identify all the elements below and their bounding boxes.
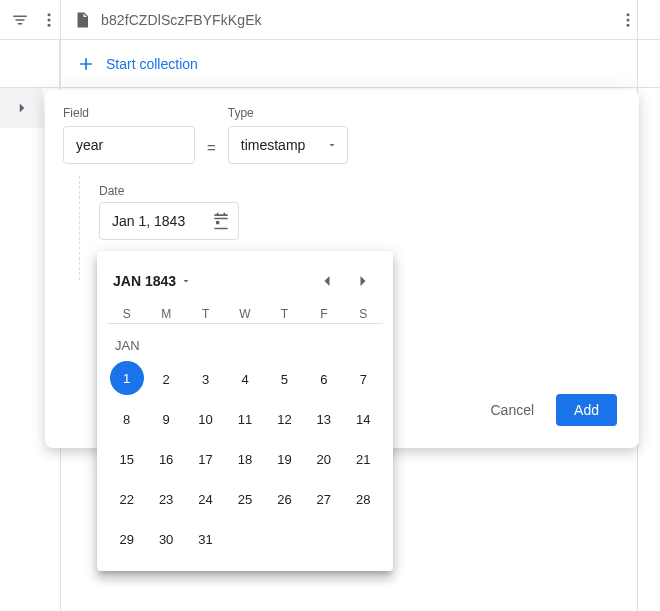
add-button[interactable]: Add xyxy=(556,394,617,426)
calendar-day[interactable]: 9 xyxy=(146,401,185,437)
calendar-day[interactable]: 21 xyxy=(344,441,383,477)
document-icon xyxy=(73,11,91,29)
equals-sign: = xyxy=(205,139,218,164)
date-label: Date xyxy=(99,184,124,198)
calendar-day[interactable]: 22 xyxy=(107,481,146,517)
calendar-day[interactable]: 26 xyxy=(265,481,304,517)
next-month-button[interactable] xyxy=(349,267,377,295)
svg-point-0 xyxy=(47,13,50,16)
start-collection-label: Start collection xyxy=(106,56,198,72)
document-id: b82fCZDlSczFBYFkKgEk xyxy=(101,12,262,28)
more-vert-icon[interactable] xyxy=(37,6,60,34)
calendar-month-year-button[interactable]: JAN 1843 xyxy=(113,273,192,289)
caret-down-icon xyxy=(180,275,192,287)
calendar-day[interactable]: 23 xyxy=(146,481,185,517)
dow-cell: F xyxy=(304,307,343,321)
chevron-left-icon xyxy=(317,271,337,291)
type-select[interactable] xyxy=(228,126,348,164)
dow-cell: M xyxy=(146,307,185,321)
calendar-icon[interactable] xyxy=(211,211,231,231)
svg-point-1 xyxy=(47,18,50,21)
calendar-day[interactable]: 24 xyxy=(186,481,225,517)
calendar-day[interactable]: 4 xyxy=(225,361,264,397)
calendar-day[interactable]: 29 xyxy=(107,521,146,557)
calendar-day[interactable]: 3 xyxy=(186,361,225,397)
calendar-day[interactable]: 28 xyxy=(344,481,383,517)
calendar-day[interactable]: 18 xyxy=(225,441,264,477)
month-label: JAN xyxy=(107,334,383,361)
date-picker: JAN 1843 SMTWTFS JAN 1234567891011121314… xyxy=(97,251,393,571)
svg-point-4 xyxy=(627,18,630,21)
expand-row[interactable] xyxy=(0,88,43,128)
doc-overflow-icon[interactable] xyxy=(614,6,642,34)
svg-point-2 xyxy=(47,23,50,26)
filter-icon[interactable] xyxy=(8,6,31,34)
dow-cell: T xyxy=(186,307,225,321)
dow-cell: S xyxy=(107,307,146,321)
dow-cell: S xyxy=(344,307,383,321)
calendar-day[interactable]: 31 xyxy=(186,521,225,557)
type-label: Type xyxy=(228,106,348,120)
calendar-day[interactable]: 1 xyxy=(110,361,144,395)
calendar-day[interactable]: 25 xyxy=(225,481,264,517)
calendar-day[interactable]: 15 xyxy=(107,441,146,477)
calendar-day[interactable]: 20 xyxy=(304,441,343,477)
calendar-day[interactable]: 10 xyxy=(186,401,225,437)
subheader: Start collection xyxy=(0,40,660,88)
calendar-day[interactable]: 2 xyxy=(146,361,185,397)
dow-cell: W xyxy=(225,307,264,321)
calendar-day[interactable]: 6 xyxy=(304,361,343,397)
calendar-day[interactable]: 8 xyxy=(107,401,146,437)
calendar-day[interactable]: 12 xyxy=(265,401,304,437)
calendar-day[interactable]: 19 xyxy=(265,441,304,477)
calendar-day[interactable]: 30 xyxy=(146,521,185,557)
calendar-day[interactable]: 7 xyxy=(344,361,383,397)
svg-point-3 xyxy=(627,13,630,16)
calendar-title: JAN 1843 xyxy=(113,273,176,289)
chevron-right-icon xyxy=(353,271,373,291)
cancel-button[interactable]: Cancel xyxy=(480,394,544,426)
doc-header: b82fCZDlSczFBYFkKgEk xyxy=(0,0,660,40)
plus-icon xyxy=(76,54,96,74)
calendar-day[interactable]: 27 xyxy=(304,481,343,517)
calendar-day[interactable]: 16 xyxy=(146,441,185,477)
calendar-day[interactable]: 5 xyxy=(265,361,304,397)
calendar-day[interactable]: 17 xyxy=(186,441,225,477)
prev-month-button[interactable] xyxy=(313,267,341,295)
calendar-day[interactable]: 11 xyxy=(225,401,264,437)
chevron-right-icon xyxy=(13,99,31,117)
start-collection-button[interactable]: Start collection xyxy=(60,40,660,87)
day-of-week-header: SMTWTFS xyxy=(107,305,383,324)
dow-cell: T xyxy=(265,307,304,321)
calendar-day[interactable]: 14 xyxy=(344,401,383,437)
calendar-grid: 1234567891011121314151617181920212223242… xyxy=(107,361,383,557)
field-name-input[interactable] xyxy=(63,126,195,164)
calendar-day[interactable]: 13 xyxy=(304,401,343,437)
svg-point-5 xyxy=(627,23,630,26)
field-label: Field xyxy=(63,106,195,120)
